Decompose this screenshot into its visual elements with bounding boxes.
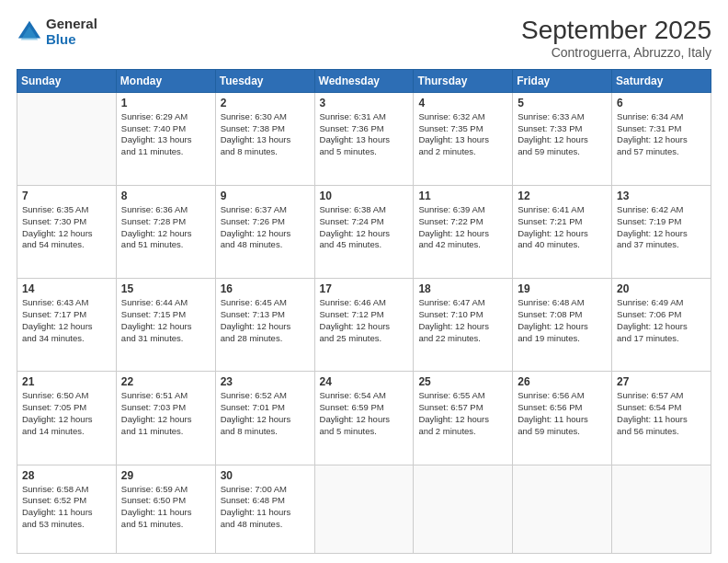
header-wednesday: Wednesday: [314, 69, 414, 92]
day-info: Sunrise: 6:58 AMSunset: 6:52 PMDaylight:…: [22, 484, 111, 531]
calendar-cell: 19Sunrise: 6:48 AMSunset: 7:08 PMDayligh…: [513, 279, 612, 372]
day-number: 16: [221, 282, 310, 295]
calendar-cell: 23Sunrise: 6:52 AMSunset: 7:01 PMDayligh…: [215, 372, 314, 465]
calendar-cell: 27Sunrise: 6:57 AMSunset: 6:54 PMDayligh…: [612, 372, 711, 465]
calendar-cell: 30Sunrise: 7:00 AMSunset: 6:48 PMDayligh…: [215, 465, 314, 553]
day-number: 1: [121, 97, 210, 109]
day-number: 21: [22, 375, 111, 388]
calendar-cell: 8Sunrise: 6:36 AMSunset: 7:28 PMDaylight…: [116, 185, 215, 278]
day-info: Sunrise: 6:30 AMSunset: 7:38 PMDaylight:…: [221, 111, 310, 158]
day-number: 9: [221, 190, 310, 202]
calendar-week-1: 7Sunrise: 6:35 AMSunset: 7:30 PMDaylight…: [17, 185, 711, 278]
day-info: Sunrise: 6:51 AMSunset: 7:03 PMDaylight:…: [121, 390, 210, 437]
header: General Blue September 2025 Controguerra…: [17, 17, 711, 60]
calendar-cell: [414, 465, 513, 553]
day-info: Sunrise: 6:43 AMSunset: 7:17 PMDaylight:…: [22, 297, 111, 344]
day-info: Sunrise: 6:29 AMSunset: 7:40 PMDaylight:…: [121, 111, 210, 158]
calendar-cell: 26Sunrise: 6:56 AMSunset: 6:56 PMDayligh…: [513, 372, 612, 465]
day-number: 3: [320, 97, 409, 109]
day-number: 18: [418, 282, 507, 295]
day-number: 15: [121, 282, 210, 295]
day-info: Sunrise: 6:38 AMSunset: 7:24 PMDaylight:…: [320, 204, 409, 251]
day-number: 19: [518, 282, 607, 295]
day-number: 17: [320, 282, 409, 295]
calendar-cell: 28Sunrise: 6:58 AMSunset: 6:52 PMDayligh…: [17, 465, 117, 553]
day-info: Sunrise: 6:54 AMSunset: 6:59 PMDaylight:…: [320, 390, 409, 437]
header-tuesday: Tuesday: [215, 69, 314, 92]
day-info: Sunrise: 6:32 AMSunset: 7:35 PMDaylight:…: [418, 111, 507, 158]
day-info: Sunrise: 6:39 AMSunset: 7:22 PMDaylight:…: [418, 204, 507, 251]
day-number: 28: [22, 469, 111, 482]
calendar-cell: 12Sunrise: 6:41 AMSunset: 7:21 PMDayligh…: [513, 185, 612, 278]
day-info: Sunrise: 6:42 AMSunset: 7:19 PMDaylight:…: [617, 204, 706, 251]
page: General Blue September 2025 Controguerra…: [0, 0, 728, 563]
day-info: Sunrise: 6:41 AMSunset: 7:21 PMDaylight:…: [518, 204, 607, 251]
calendar-cell: 16Sunrise: 6:45 AMSunset: 7:13 PMDayligh…: [215, 279, 314, 372]
day-number: 20: [617, 282, 706, 295]
calendar-cell: 7Sunrise: 6:35 AMSunset: 7:30 PMDaylight…: [17, 185, 117, 278]
calendar-cell: 14Sunrise: 6:43 AMSunset: 7:17 PMDayligh…: [17, 279, 117, 372]
calendar-cell: 24Sunrise: 6:54 AMSunset: 6:59 PMDayligh…: [314, 372, 414, 465]
header-monday: Monday: [116, 69, 215, 92]
calendar-week-2: 14Sunrise: 6:43 AMSunset: 7:17 PMDayligh…: [17, 279, 711, 372]
day-number: 14: [22, 282, 111, 295]
header-sunday: Sunday: [17, 69, 117, 92]
day-info: Sunrise: 6:56 AMSunset: 6:56 PMDaylight:…: [518, 390, 607, 437]
header-friday: Friday: [513, 69, 612, 92]
day-info: Sunrise: 6:48 AMSunset: 7:08 PMDaylight:…: [518, 297, 607, 344]
day-number: 25: [418, 375, 507, 388]
day-number: 12: [518, 190, 607, 202]
day-info: Sunrise: 6:37 AMSunset: 7:26 PMDaylight:…: [221, 204, 310, 251]
calendar-cell: 13Sunrise: 6:42 AMSunset: 7:19 PMDayligh…: [612, 185, 711, 278]
title-block: September 2025 Controguerra, Abruzzo, It…: [521, 17, 711, 60]
calendar-cell: 15Sunrise: 6:44 AMSunset: 7:15 PMDayligh…: [116, 279, 215, 372]
calendar-cell: 22Sunrise: 6:51 AMSunset: 7:03 PMDayligh…: [116, 372, 215, 465]
calendar-cell: 1Sunrise: 6:29 AMSunset: 7:40 PMDaylight…: [116, 92, 215, 185]
day-info: Sunrise: 6:55 AMSunset: 6:57 PMDaylight:…: [418, 390, 507, 437]
day-number: 13: [617, 190, 706, 202]
calendar-cell: 3Sunrise: 6:31 AMSunset: 7:36 PMDaylight…: [314, 92, 414, 185]
logo-general-text: General: [46, 17, 97, 32]
day-info: Sunrise: 6:49 AMSunset: 7:06 PMDaylight:…: [617, 297, 706, 344]
day-number: 22: [121, 375, 210, 388]
logo-icon: [17, 19, 42, 45]
header-thursday: Thursday: [414, 69, 513, 92]
day-number: 26: [518, 375, 607, 388]
calendar-cell: 21Sunrise: 6:50 AMSunset: 7:05 PMDayligh…: [17, 372, 117, 465]
calendar-cell: [612, 465, 711, 553]
day-info: Sunrise: 6:59 AMSunset: 6:50 PMDaylight:…: [121, 484, 210, 531]
calendar-cell: [314, 465, 414, 553]
calendar-table: Sunday Monday Tuesday Wednesday Thursday…: [17, 69, 711, 554]
day-info: Sunrise: 6:57 AMSunset: 6:54 PMDaylight:…: [617, 390, 706, 437]
calendar-cell: 11Sunrise: 6:39 AMSunset: 7:22 PMDayligh…: [414, 185, 513, 278]
day-number: 11: [418, 190, 507, 202]
calendar-title: September 2025: [521, 17, 711, 45]
day-info: Sunrise: 6:50 AMSunset: 7:05 PMDaylight:…: [22, 390, 111, 437]
day-number: 6: [617, 97, 706, 109]
day-info: Sunrise: 6:45 AMSunset: 7:13 PMDaylight:…: [221, 297, 310, 344]
calendar-cell: [17, 92, 117, 185]
day-number: 29: [121, 469, 210, 482]
day-number: 5: [518, 97, 607, 109]
calendar-cell: 6Sunrise: 6:34 AMSunset: 7:31 PMDaylight…: [612, 92, 711, 185]
header-saturday: Saturday: [612, 69, 711, 92]
day-info: Sunrise: 6:36 AMSunset: 7:28 PMDaylight:…: [121, 204, 210, 251]
calendar-body: 1Sunrise: 6:29 AMSunset: 7:40 PMDaylight…: [17, 92, 711, 553]
day-number: 27: [617, 375, 706, 388]
day-number: 23: [221, 375, 310, 388]
calendar-cell: [513, 465, 612, 553]
logo-blue-text: Blue: [46, 32, 97, 48]
day-info: Sunrise: 6:31 AMSunset: 7:36 PMDaylight:…: [320, 111, 409, 158]
logo: General Blue: [17, 17, 97, 47]
day-number: 8: [121, 190, 210, 202]
calendar-week-3: 21Sunrise: 6:50 AMSunset: 7:05 PMDayligh…: [17, 372, 711, 465]
calendar-cell: 18Sunrise: 6:47 AMSunset: 7:10 PMDayligh…: [414, 279, 513, 372]
day-info: Sunrise: 6:52 AMSunset: 7:01 PMDaylight:…: [221, 390, 310, 437]
day-info: Sunrise: 6:47 AMSunset: 7:10 PMDaylight:…: [418, 297, 507, 344]
calendar-cell: 2Sunrise: 6:30 AMSunset: 7:38 PMDaylight…: [215, 92, 314, 185]
day-info: Sunrise: 7:00 AMSunset: 6:48 PMDaylight:…: [221, 484, 310, 531]
day-number: 30: [221, 469, 310, 482]
day-number: 7: [22, 190, 111, 202]
day-info: Sunrise: 6:46 AMSunset: 7:12 PMDaylight:…: [320, 297, 409, 344]
calendar-week-0: 1Sunrise: 6:29 AMSunset: 7:40 PMDaylight…: [17, 92, 711, 185]
